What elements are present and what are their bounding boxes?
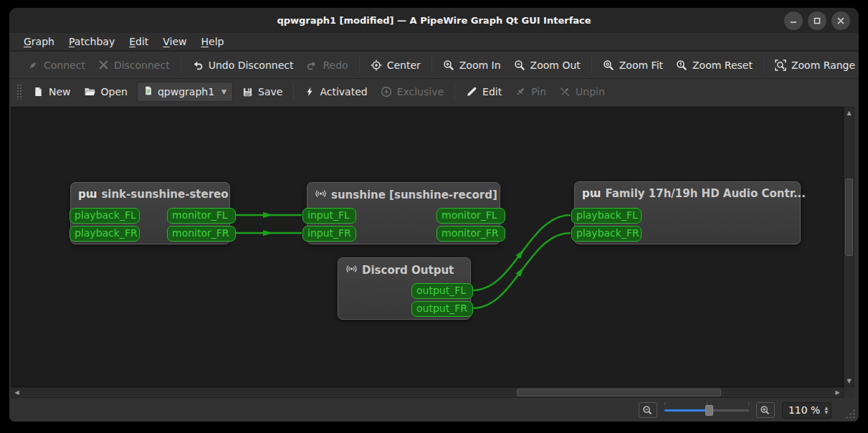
open-button[interactable]: Open bbox=[77, 82, 134, 101]
horizontal-scrollbar-thumb[interactable] bbox=[517, 389, 721, 396]
close-button[interactable] bbox=[831, 11, 850, 30]
menu-view[interactable]: View bbox=[156, 33, 194, 50]
toolbar-separator bbox=[359, 57, 360, 74]
graph-toolbar: Connect Disconnect Undo Disconnect Redo bbox=[9, 52, 859, 79]
zoom-out-button[interactable]: Zoom Out bbox=[507, 56, 587, 75]
toolbar-separator bbox=[591, 57, 592, 74]
new-button[interactable]: New bbox=[27, 82, 77, 101]
save-button[interactable]: Save bbox=[236, 82, 289, 101]
zoom-fit-button[interactable]: Zoom Fit bbox=[596, 56, 669, 75]
graph-canvas[interactable]: pɯ sink-sunshine-stereo playback_FL play… bbox=[11, 107, 844, 387]
slider-tick bbox=[664, 402, 665, 405]
port-output-fr[interactable]: output_FR bbox=[411, 301, 473, 317]
statusbar-zoom-out-button[interactable] bbox=[639, 402, 657, 418]
node-discord-output[interactable]: Discord Output output_FL output_FR bbox=[338, 257, 471, 320]
zoom-in-button[interactable]: Zoom In bbox=[437, 56, 507, 75]
save-icon bbox=[242, 87, 253, 97]
toolbar-separator bbox=[293, 83, 294, 100]
scroll-down-icon[interactable]: ▼ bbox=[844, 376, 854, 386]
maximize-button[interactable] bbox=[808, 11, 826, 30]
scroll-right-icon[interactable]: ▶ bbox=[833, 388, 842, 397]
minimize-icon bbox=[789, 16, 798, 25]
pin-button[interactable]: Pin bbox=[508, 82, 553, 101]
menu-help[interactable]: Help bbox=[194, 33, 232, 50]
new-file-icon bbox=[33, 86, 44, 97]
node-title: Discord Output bbox=[362, 264, 454, 277]
toolbar-drag-handle[interactable] bbox=[16, 84, 22, 100]
unpin-button[interactable]: Unpin bbox=[553, 82, 611, 101]
zoom-out-icon bbox=[642, 405, 653, 416]
patchbay-file-icon bbox=[143, 85, 153, 98]
zoom-in-icon bbox=[443, 60, 454, 71]
minimize-button[interactable] bbox=[784, 11, 803, 30]
node-title: sunshine [sunshine-record] bbox=[331, 189, 497, 201]
titlebar[interactable]: qpwgraph1 [modified] — A PipeWire Graph … bbox=[9, 8, 859, 33]
zoom-percent-value: 110 % bbox=[788, 404, 820, 416]
statusbar-zoom-in-button[interactable] bbox=[756, 402, 775, 418]
disconnect-label: Disconnect bbox=[114, 60, 170, 71]
stream-icon bbox=[345, 263, 358, 277]
scroll-up-icon[interactable]: ▲ bbox=[844, 108, 854, 118]
disconnect-button[interactable]: Disconnect bbox=[92, 56, 176, 75]
disconnect-icon bbox=[98, 60, 109, 70]
activated-button[interactable]: Activated bbox=[298, 82, 373, 101]
save-label: Save bbox=[258, 86, 282, 97]
port-monitor-fl[interactable]: monitor_FL bbox=[437, 208, 505, 224]
zoom-range-button[interactable]: Zoom Range bbox=[768, 56, 859, 75]
port-monitor-fr[interactable]: monitor_FR bbox=[437, 226, 505, 242]
spin-down-icon[interactable]: ▼ bbox=[824, 410, 828, 414]
slider-tick bbox=[748, 402, 749, 405]
undo-button[interactable]: Undo Disconnect bbox=[186, 56, 300, 75]
zoom-reset-button[interactable]: Zoom Reset bbox=[669, 56, 759, 75]
port-monitor-fr[interactable]: monitor_FR bbox=[167, 226, 236, 242]
edit-label: Edit bbox=[482, 86, 502, 97]
zoom-in-label: Zoom In bbox=[459, 60, 501, 71]
port-input-fr[interactable]: input_FR bbox=[302, 226, 356, 242]
horizontal-scrollbar[interactable]: ◀ ▶ bbox=[11, 387, 844, 398]
connect-button[interactable]: Connect bbox=[21, 56, 92, 75]
port-playback-fr[interactable]: playback_FR bbox=[70, 226, 140, 242]
window-resize-grip[interactable] bbox=[845, 409, 855, 419]
port-monitor-fl[interactable]: monitor_FL bbox=[167, 208, 236, 224]
zoom-slider[interactable] bbox=[664, 404, 749, 417]
statusbar: 110 % ▲▼ bbox=[9, 399, 859, 422]
node-title-row: sunshine [sunshine-record] bbox=[307, 183, 500, 202]
port-playback-fr[interactable]: playback_FR bbox=[571, 226, 642, 242]
zoom-percent-spinbox[interactable]: 110 % ▲▼ bbox=[782, 402, 831, 419]
zoom-reset-icon bbox=[676, 60, 687, 71]
zoom-fit-label: Zoom Fit bbox=[619, 60, 663, 71]
edit-button[interactable]: Edit bbox=[459, 82, 508, 101]
zoom-slider-handle[interactable] bbox=[705, 405, 713, 416]
spinbox-steppers[interactable]: ▲▼ bbox=[824, 406, 828, 414]
toolbar-separator bbox=[181, 57, 181, 74]
scroll-left-icon[interactable]: ◀ bbox=[12, 388, 22, 397]
menu-edit[interactable]: Edit bbox=[122, 33, 156, 50]
node-sunshine-record[interactable]: sunshine [sunshine-record] input_FL inpu… bbox=[307, 182, 500, 244]
port-playback-fl[interactable]: playback_FL bbox=[571, 208, 642, 224]
node-title: sink-sunshine-stereo bbox=[101, 188, 228, 201]
menu-graph[interactable]: Graph bbox=[16, 33, 62, 50]
scrollbar-corner bbox=[844, 387, 854, 398]
port-output-fl[interactable]: output_FL bbox=[411, 283, 473, 299]
vertical-scrollbar-thumb[interactable] bbox=[845, 179, 853, 256]
menu-patchbay[interactable]: Patchbay bbox=[62, 33, 122, 50]
zoom-range-icon bbox=[775, 60, 786, 71]
redo-button[interactable]: Redo bbox=[300, 56, 354, 75]
undo-icon bbox=[192, 60, 204, 71]
close-icon bbox=[836, 16, 845, 25]
node-sink-sunshine-stereo[interactable]: pɯ sink-sunshine-stereo playback_FL play… bbox=[70, 182, 230, 244]
port-playback-fl[interactable]: playback_FL bbox=[70, 208, 140, 224]
connect-icon bbox=[27, 60, 39, 71]
menubar: Graph Patchbay Edit View Help bbox=[9, 33, 859, 52]
activated-bolt-icon bbox=[305, 86, 315, 97]
node-title: Family 17h/19h HD Audio Contr... bbox=[605, 187, 806, 200]
connection-arrow-icon bbox=[263, 212, 273, 218]
edit-pencil-icon bbox=[466, 86, 477, 97]
exclusive-button[interactable]: Exclusive bbox=[374, 82, 450, 101]
vertical-scrollbar[interactable]: ▲ ▼ bbox=[844, 107, 854, 387]
patchbay-selector[interactable]: qpwgraph1 ▼ bbox=[137, 82, 233, 102]
exclusive-label: Exclusive bbox=[397, 86, 444, 97]
node-family-hd-audio[interactable]: pɯ Family 17h/19h HD Audio Contr... play… bbox=[574, 181, 801, 244]
port-input-fl[interactable]: input_FL bbox=[302, 208, 356, 224]
center-button[interactable]: Center bbox=[364, 56, 427, 75]
